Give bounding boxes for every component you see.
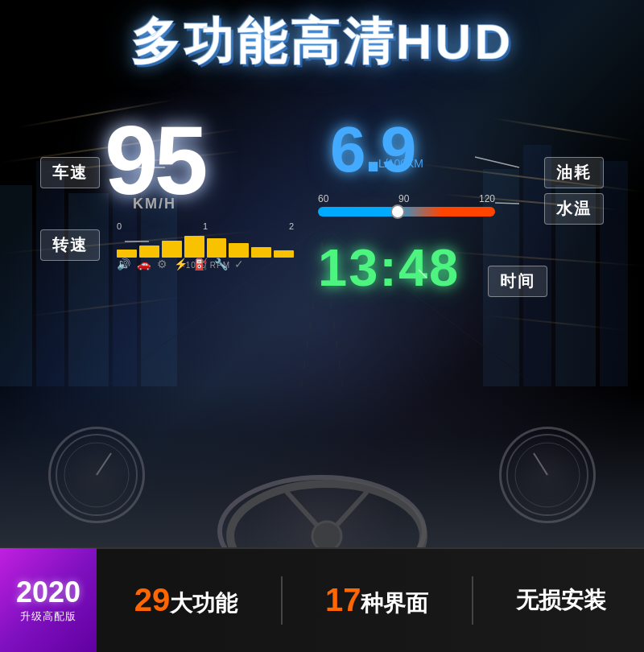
- fuel-unit: L/100KM: [378, 157, 423, 170]
- speed-unit: KM/H: [133, 196, 176, 213]
- svg-line-13: [290, 241, 322, 386]
- feature-1: 29大功能: [134, 582, 238, 619]
- temp-indicator: [390, 204, 405, 219]
- rpm-mark-1: 1: [203, 221, 208, 231]
- rpm-bar-6: [229, 243, 249, 258]
- label-fuel: 油耗: [544, 157, 604, 188]
- rpm-bar-7: [251, 247, 271, 258]
- svg-point-30: [312, 522, 341, 547]
- feature-3: 无损安装: [516, 585, 606, 616]
- svg-line-25: [534, 453, 547, 475]
- feature1-number: 29: [134, 582, 171, 617]
- warning-icons: 🔊 🚗 ⚙ ⚡ ⛽ 🔧 ✓: [117, 258, 244, 270]
- temp-mark-2: 90: [398, 193, 409, 204]
- badge-subtitle: 升级高配版: [20, 610, 76, 624]
- rpm-bar-1: [117, 250, 137, 258]
- feature2-number: 17: [325, 582, 361, 617]
- belt-icon: 🔧: [214, 258, 228, 270]
- rpm-bar-8: [274, 250, 294, 258]
- svg-rect-8: [600, 161, 628, 386]
- temp-scale: 60 90 120: [318, 193, 495, 204]
- main-title: 多功能高清HUD: [130, 14, 514, 69]
- check-icon: ✓: [234, 258, 244, 270]
- year-badge: 2020 升级高配版: [0, 548, 97, 652]
- svg-rect-1: [36, 161, 64, 386]
- app-container: 多功能高清HUD 95 KM/H 6.9 L/100KM 60 90 120 1…: [0, 0, 644, 652]
- label-temp: 水温: [544, 193, 604, 225]
- feature-2: 17种界面: [325, 582, 429, 619]
- temp-mark-1: 60: [318, 193, 328, 204]
- features-area: 29大功能 17种界面 无损安装: [97, 576, 644, 625]
- vol-icon: 🔊: [117, 258, 130, 270]
- hud-section: 多功能高清HUD 95 KM/H 6.9 L/100KM 60 90 120 1…: [0, 0, 644, 547]
- door-icon: 🚗: [137, 258, 151, 270]
- fuel-icon: ⛽: [194, 258, 208, 270]
- rpm-bar-3: [162, 241, 182, 258]
- feature1-text: 大功能: [170, 591, 237, 616]
- year-label: 2020: [16, 578, 80, 607]
- rpm-scale: 0 1 2: [117, 221, 294, 231]
- steering-wheel: [217, 475, 427, 547]
- fuel-display: 6.9: [330, 113, 415, 187]
- divider-2: [472, 576, 473, 625]
- label-time: 时间: [488, 266, 547, 297]
- title-area: 多功能高清HUD: [0, 8, 644, 76]
- rpm-bars: [117, 233, 294, 258]
- temp-mark-3: 120: [479, 193, 495, 204]
- rpm-bar-4: [184, 236, 204, 258]
- temp-gauge: 60 90 120: [318, 193, 495, 217]
- temp-bar: [318, 207, 495, 217]
- svg-line-22: [97, 453, 111, 475]
- dash-tachometer: [499, 427, 596, 523]
- svg-rect-2: [68, 193, 109, 386]
- feature2-text: 种界面: [361, 591, 428, 616]
- feature3-text: 无损安装: [516, 588, 606, 613]
- rpm-mark-2: 2: [289, 221, 294, 231]
- label-rpm: 转速: [40, 229, 100, 261]
- label-speed: 车速: [40, 157, 100, 188]
- time-display: 13:48: [318, 237, 460, 298]
- bottom-banner: 2020 升级高配版 29大功能 17种界面 无损安装: [0, 547, 644, 652]
- rpm-bar-2: [139, 246, 159, 258]
- engine-icon: ⚙: [157, 258, 167, 270]
- steering-area: [201, 427, 443, 547]
- dash-speedometer: [48, 427, 145, 523]
- rpm-bar-5: [207, 238, 227, 258]
- svg-rect-0: [0, 185, 32, 386]
- divider-1: [281, 576, 283, 625]
- warn-icon-1: ⚡: [174, 258, 188, 270]
- rpm-mark-0: 0: [117, 221, 122, 231]
